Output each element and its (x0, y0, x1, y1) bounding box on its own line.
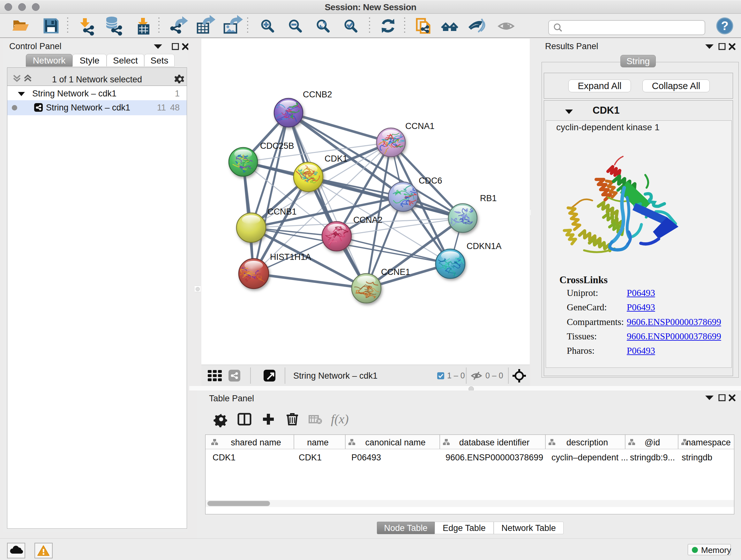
svg-text:name: name (307, 438, 329, 447)
svg-text:CDK1: CDK1 (299, 453, 322, 462)
svg-text:description: description (566, 438, 608, 447)
svg-text:9606.ENSP00000378699: 9606.ENSP00000378699 (446, 453, 543, 462)
svg-text:stringdb:9...: stringdb:9... (630, 453, 675, 462)
svg-text:P06493: P06493 (351, 453, 381, 462)
svg-text:1 – 0: 1 – 0 (447, 371, 465, 380)
svg-text:RB1: RB1 (480, 193, 497, 203)
svg-text:HIST1H1A: HIST1H1A (270, 252, 311, 262)
svg-text:CCNB2: CCNB2 (303, 90, 332, 99)
svg-text:?: ? (721, 19, 728, 33)
svg-text:CCNA1: CCNA1 (405, 121, 434, 131)
svg-text:CDK1: CDK1 (325, 154, 347, 164)
svg-text:f(x): f(x) (331, 412, 349, 426)
svg-text:shared name: shared name (231, 438, 281, 447)
svg-text:database identifier: database identifier (459, 438, 530, 447)
svg-text:CDC25B: CDC25B (260, 141, 294, 151)
svg-text:0 – 0: 0 – 0 (485, 371, 503, 380)
svg-text:String Network – cdk1: String Network – cdk1 (293, 371, 378, 381)
svg-text:CDC6: CDC6 (419, 176, 442, 186)
svg-text:CDK1: CDK1 (212, 453, 235, 462)
svg-text:CCNA2: CCNA2 (353, 215, 383, 225)
svg-text:@id: @id (645, 438, 660, 447)
svg-text:cyclin–dependent ...: cyclin–dependent ... (551, 453, 628, 462)
svg-text:stringdb: stringdb (682, 453, 712, 462)
svg-text:CCNB1: CCNB1 (267, 207, 297, 216)
svg-text:canonical name: canonical name (365, 438, 425, 447)
svg-text:CCNE1: CCNE1 (381, 267, 410, 277)
svg-text:CDKN1A: CDKN1A (467, 241, 502, 251)
svg-text:namespace: namespace (686, 438, 731, 447)
